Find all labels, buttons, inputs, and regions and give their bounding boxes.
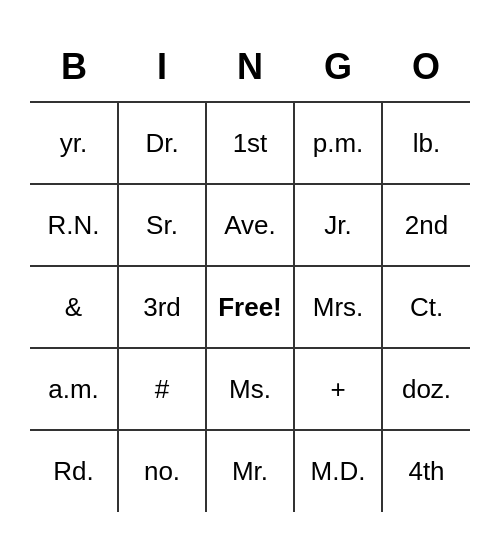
bingo-cell-0-3: p.m. (294, 102, 382, 184)
bingo-cell-4-2: Mr. (206, 430, 294, 512)
bingo-row-1: R.N.Sr.Ave.Jr.2nd (30, 184, 470, 266)
bingo-cell-2-0: & (30, 266, 118, 348)
bingo-cell-4-4: 4th (382, 430, 470, 512)
bingo-cell-2-1: 3rd (118, 266, 206, 348)
bingo-cell-3-1: # (118, 348, 206, 430)
header-col-o: O (382, 32, 470, 102)
bingo-cell-3-2: Ms. (206, 348, 294, 430)
bingo-cell-1-1: Sr. (118, 184, 206, 266)
bingo-cell-3-0: a.m. (30, 348, 118, 430)
bingo-cell-1-2: Ave. (206, 184, 294, 266)
header-col-n: N (206, 32, 294, 102)
bingo-cell-1-0: R.N. (30, 184, 118, 266)
bingo-body: yr.Dr.1stp.m.lb.R.N.Sr.Ave.Jr.2nd&3rdFre… (30, 102, 470, 512)
bingo-cell-1-4: 2nd (382, 184, 470, 266)
bingo-row-3: a.m.#Ms.+doz. (30, 348, 470, 430)
bingo-cell-2-3: Mrs. (294, 266, 382, 348)
bingo-cell-0-0: yr. (30, 102, 118, 184)
header-row: BINGO (30, 32, 470, 102)
header-col-g: G (294, 32, 382, 102)
bingo-cell-4-3: M.D. (294, 430, 382, 512)
bingo-row-2: &3rdFree!Mrs.Ct. (30, 266, 470, 348)
bingo-cell-0-4: lb. (382, 102, 470, 184)
bingo-row-0: yr.Dr.1stp.m.lb. (30, 102, 470, 184)
header-col-i: I (118, 32, 206, 102)
bingo-cell-2-2: Free! (206, 266, 294, 348)
header-col-b: B (30, 32, 118, 102)
bingo-cell-2-4: Ct. (382, 266, 470, 348)
bingo-cell-0-2: 1st (206, 102, 294, 184)
bingo-row-4: Rd.no.Mr.M.D.4th (30, 430, 470, 512)
bingo-cell-3-3: + (294, 348, 382, 430)
bingo-card: BINGO yr.Dr.1stp.m.lb.R.N.Sr.Ave.Jr.2nd&… (30, 32, 470, 512)
bingo-cell-0-1: Dr. (118, 102, 206, 184)
bingo-cell-3-4: doz. (382, 348, 470, 430)
bingo-cell-4-0: Rd. (30, 430, 118, 512)
bingo-cell-1-3: Jr. (294, 184, 382, 266)
bingo-cell-4-1: no. (118, 430, 206, 512)
